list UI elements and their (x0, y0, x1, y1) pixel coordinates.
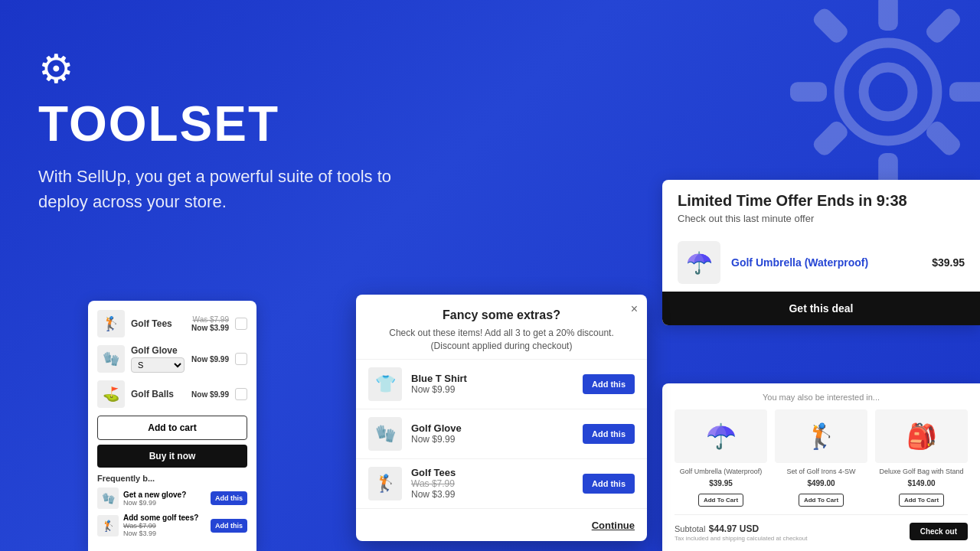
product-widget-panel: 🏌️ Golf Tees Was $7.99 Now $3.99 🧤 Golf … (88, 301, 256, 551)
checkout-button[interactable]: Check out (910, 523, 968, 540)
related-item-bag: 🎒 Deluxe Golf Bag with Stand $149.00 Add… (875, 409, 968, 507)
freq-glove-info: Get a new glove? Now $9.99 (123, 491, 206, 507)
offer-header: Limited Time Offer Ends in 9:38 Check ou… (662, 180, 980, 233)
continue-button[interactable]: Continue (592, 520, 635, 531)
tshirt-add-button[interactable]: Add this (583, 374, 635, 394)
tshirt-img: 👕 (368, 367, 402, 401)
page-subtitle: With SellUp, you get a powerful suite of… (38, 164, 436, 214)
golf-tees-checkbox[interactable] (235, 318, 247, 330)
svg-rect-2 (878, 0, 898, 31)
offer-product-price: $39.95 (932, 256, 965, 269)
freq-tees-price-was: Was $7.99 (123, 522, 206, 530)
frequently-bought-label: Frequently b... (97, 474, 247, 483)
product-row-golf-tees: 🏌️ Golf Tees Was $7.99 Now $3.99 (97, 310, 247, 337)
golf-tees-price: Was $7.99 Now $3.99 (191, 315, 229, 332)
modal-subtitle: Check out these items! Add all 3 to get … (371, 327, 632, 353)
modal-close-button[interactable]: × (631, 302, 638, 316)
subtotal-section: Subtotal $44.97 USD Tax included and shi… (675, 521, 807, 542)
freq-tees-info: Add some golf tees? Was $7.99 Now $3.99 (123, 514, 206, 537)
modal-item-tshirt: 👕 Blue T Shirt Now $9.99 Add this (356, 359, 647, 409)
svg-rect-9 (811, 119, 851, 158)
golf-glove-size-select[interactable]: SML (131, 357, 185, 373)
golf-balls-img: ⛳ (97, 380, 125, 408)
golf-tees-name: Golf Tees (131, 318, 185, 329)
offer-product: ☂️ Golf Umbrella (Waterproof) $39.95 (662, 233, 980, 292)
offer-product-name: Golf Umbrella (Waterproof) (731, 256, 921, 269)
related-bag-price: $149.00 (875, 479, 968, 487)
buy-now-button[interactable]: Buy it now (97, 445, 247, 468)
related-item-umbrella: ☂️ Golf Umbrella (Waterproof) $39.95 Add… (675, 409, 767, 507)
offer-umbrella-img: ☂️ (678, 241, 720, 284)
related-bag-add-button[interactable]: Add To Cart (899, 494, 944, 507)
related-products-title: You may also be interested in... (675, 393, 968, 402)
golf-glove-img: 🧤 (97, 345, 125, 373)
modal-title: Fancy some extras? (371, 308, 632, 322)
freq-item-tees: 🏌️ Add some golf tees? Was $7.99 Now $3.… (97, 514, 247, 537)
freq-tees-add-button[interactable]: Add this (211, 519, 247, 533)
limited-offer-panel: Limited Time Offer Ends in 9:38 Check ou… (662, 180, 980, 325)
offer-subtitle: Check out this last minute offer (678, 213, 965, 224)
modal-tees-add-button[interactable]: Add this (583, 474, 635, 494)
golf-glove-checkbox[interactable] (235, 353, 247, 365)
related-item-irons: 🏌️ Set of Golf Irons 4-SW $499.00 Add To… (775, 409, 867, 507)
modal-tees-info: Golf Tees Was $7.99 Now $3.99 (411, 467, 573, 500)
related-umbrella-name: Golf Umbrella (Waterproof) (675, 468, 767, 477)
related-irons-name: Set of Golf Irons 4-SW (775, 468, 867, 477)
modal-glove-price: Now $9.99 (411, 434, 573, 445)
related-irons-add-button[interactable]: Add To Cart (799, 494, 844, 507)
upsell-modal: × Fancy some extras? Check out these ite… (356, 295, 647, 541)
freq-glove-price: Now $9.99 (123, 499, 206, 507)
freq-glove-img: 🧤 (97, 487, 119, 509)
golf-balls-price-now: Now $9.99 (191, 390, 229, 399)
related-products-list: ☂️ Golf Umbrella (Waterproof) $39.95 Add… (675, 409, 968, 507)
svg-point-0 (839, 43, 937, 141)
modal-glove-info: Golf Glove Now $9.99 (411, 422, 573, 445)
related-umbrella-price: $39.95 (675, 479, 767, 487)
hero-section: ⚙ TOOLSET With SellUp, you get a powerfu… (38, 46, 436, 214)
modal-tees-price-was: Was $7.99 (411, 478, 573, 489)
offer-timer: Limited Time Offer Ends in 9:38 (678, 192, 965, 210)
modal-footer: Continue (356, 508, 647, 541)
freq-tees-img: 🏌️ (97, 515, 119, 536)
modal-glove-add-button[interactable]: Add this (583, 424, 635, 444)
add-to-cart-button[interactable]: Add to cart (97, 416, 247, 440)
related-irons-price: $499.00 (775, 479, 867, 487)
svg-rect-5 (949, 82, 980, 102)
tax-note: Tax included and shipping calculated at … (675, 535, 807, 542)
freq-tees-name: Add some golf tees? (123, 514, 206, 522)
gear-icon: ⚙ (38, 46, 436, 92)
svg-point-1 (864, 67, 913, 116)
subtotal-label: Subtotal (675, 524, 705, 533)
related-irons-img: 🏌️ (775, 409, 867, 463)
related-footer: Subtotal $44.97 USD Tax included and shi… (675, 514, 968, 542)
golf-balls-price: Now $9.99 (191, 390, 229, 399)
modal-glove-img: 🧤 (368, 417, 402, 451)
tshirt-info: Blue T Shirt Now $9.99 (411, 373, 573, 395)
modal-header: Fancy some extras? Check out these items… (356, 295, 647, 359)
freq-glove-name: Get a new glove? (123, 491, 206, 499)
svg-rect-6 (811, 6, 851, 46)
modal-tees-img: 🏌️ (368, 467, 402, 500)
golf-glove-price-now: Now $9.99 (191, 355, 229, 364)
product-row-golf-balls: ⛳ Golf Balls Now $9.99 (97, 380, 247, 408)
svg-rect-4 (790, 82, 827, 102)
modal-item-tees: 🏌️ Golf Tees Was $7.99 Now $3.99 Add thi… (356, 458, 647, 508)
get-deal-button[interactable]: Get this deal (662, 292, 980, 325)
freq-glove-add-button[interactable]: Add this (211, 491, 247, 505)
golf-glove-price: Now $9.99 (191, 355, 229, 364)
golf-glove-name: Golf Glove (131, 345, 185, 356)
related-bag-img: 🎒 (875, 409, 968, 463)
freq-tees-price-now: Now $3.99 (123, 530, 206, 537)
related-umbrella-img: ☂️ (675, 409, 767, 463)
page-title: TOOLSET (38, 99, 436, 148)
golf-balls-checkbox[interactable] (235, 388, 247, 400)
svg-rect-8 (923, 6, 963, 46)
modal-tees-price-now: Now $3.99 (411, 489, 573, 500)
golf-tees-price-was: Was $7.99 (191, 315, 229, 324)
freq-item-glove: 🧤 Get a new glove? Now $9.99 Add this (97, 487, 247, 509)
tshirt-name: Blue T Shirt (411, 373, 573, 384)
subtotal-amount: $44.97 USD (709, 523, 759, 534)
modal-glove-name: Golf Glove (411, 422, 573, 434)
related-bag-name: Deluxe Golf Bag with Stand (875, 468, 968, 477)
related-umbrella-add-button[interactable]: Add To Cart (698, 494, 743, 507)
